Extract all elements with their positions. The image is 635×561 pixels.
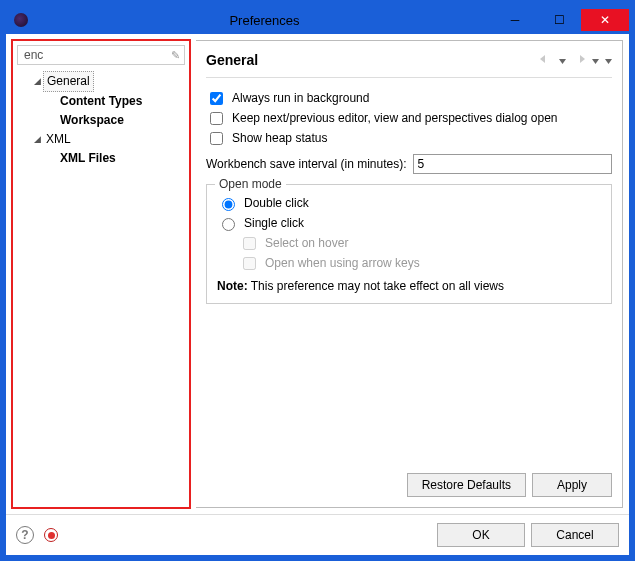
footer: ? OK Cancel	[6, 514, 629, 555]
page-title: General	[206, 52, 258, 68]
back-icon[interactable]	[539, 53, 553, 67]
main-area: ✎ ◢ General Content Types Workspace	[6, 34, 629, 514]
single-click-radio[interactable]	[222, 218, 235, 231]
record-icon[interactable]	[44, 528, 58, 542]
help-icon[interactable]: ?	[16, 526, 34, 544]
tree-item-xml-files[interactable]: XML Files	[17, 149, 185, 168]
restore-defaults-button[interactable]: Restore Defaults	[407, 473, 526, 497]
footer-left: ?	[16, 526, 58, 544]
cancel-button[interactable]: Cancel	[531, 523, 619, 547]
view-menu-icon[interactable]	[605, 53, 612, 67]
content-panel: General	[196, 40, 623, 508]
note-row: Note: This preference may not take effec…	[217, 279, 601, 293]
keep-dialog-checkbox[interactable]	[210, 112, 223, 125]
tree-item-content-types[interactable]: Content Types	[17, 92, 185, 111]
select-hover-row: Select on hover	[239, 233, 601, 253]
separator	[206, 77, 612, 78]
filter-input[interactable]	[22, 47, 142, 63]
ok-button[interactable]: OK	[437, 523, 525, 547]
maximize-button[interactable]: ☐	[537, 9, 581, 31]
content-header: General	[206, 49, 612, 71]
preference-tree[interactable]: ◢ General Content Types Workspace ◢ XML	[17, 71, 185, 168]
sidebar: ✎ ◢ General Content Types Workspace	[12, 40, 190, 508]
window-title: Preferences	[36, 13, 493, 28]
tree-label: Content Types	[57, 92, 145, 111]
single-click-row: Single click	[217, 213, 601, 233]
eclipse-icon	[14, 13, 28, 27]
dialog-body: ✎ ◢ General Content Types Workspace	[6, 34, 629, 555]
select-hover-label: Select on hover	[265, 236, 348, 250]
page-buttons: Restore Defaults Apply	[206, 473, 612, 497]
forward-menu-icon[interactable]	[592, 53, 599, 67]
open-mode-legend: Open mode	[215, 177, 286, 191]
note-label: Note:	[217, 279, 248, 293]
save-interval-input[interactable]	[413, 154, 612, 174]
expand-icon[interactable]: ◢	[31, 130, 43, 149]
single-click-label: Single click	[244, 216, 304, 230]
back-menu-icon[interactable]	[559, 53, 566, 67]
footer-right: OK Cancel	[437, 523, 619, 547]
always-background-checkbox[interactable]	[210, 92, 223, 105]
save-interval-label: Workbench save interval (in minutes):	[206, 157, 407, 171]
heap-label: Show heap status	[232, 131, 327, 145]
double-click-label: Double click	[244, 196, 309, 210]
forward-icon[interactable]	[572, 53, 586, 67]
save-interval-row: Workbench save interval (in minutes):	[206, 154, 612, 174]
keep-dialog-row: Keep next/previous editor, view and pers…	[206, 108, 612, 128]
filter-row: ✎	[17, 45, 185, 65]
open-arrow-checkbox	[243, 257, 256, 270]
window-buttons: ─ ☐ ✕	[493, 9, 629, 31]
heap-checkbox[interactable]	[210, 132, 223, 145]
tree-label: XML	[43, 130, 74, 149]
always-background-label: Always run in background	[232, 91, 369, 105]
tree-item-general[interactable]: ◢ General	[17, 71, 185, 92]
preferences-window: Preferences ─ ☐ ✕ ✎ ◢ General	[0, 0, 635, 561]
tree-label: Workspace	[57, 111, 127, 130]
keep-dialog-label: Keep next/previous editor, view and pers…	[232, 111, 558, 125]
tree-item-workspace[interactable]: Workspace	[17, 111, 185, 130]
heap-row: Show heap status	[206, 128, 612, 148]
open-arrow-row: Open when using arrow keys	[239, 253, 601, 273]
clear-filter-icon[interactable]: ✎	[171, 49, 180, 62]
open-arrow-label: Open when using arrow keys	[265, 256, 420, 270]
nav-icons	[539, 53, 612, 67]
double-click-row: Double click	[217, 193, 601, 213]
always-background-row: Always run in background	[206, 88, 612, 108]
minimize-button[interactable]: ─	[493, 9, 537, 31]
tree-label: XML Files	[57, 149, 119, 168]
close-button[interactable]: ✕	[581, 9, 629, 31]
note-text: This preference may not take effect on a…	[248, 279, 504, 293]
tree-item-xml[interactable]: ◢ XML	[17, 130, 185, 149]
expand-icon[interactable]: ◢	[31, 72, 43, 91]
titlebar: Preferences ─ ☐ ✕	[6, 6, 629, 34]
tree-label: General	[43, 71, 94, 92]
open-mode-group: Open mode Double click Single click Sele…	[206, 184, 612, 304]
select-hover-checkbox	[243, 237, 256, 250]
apply-button[interactable]: Apply	[532, 473, 612, 497]
double-click-radio[interactable]	[222, 198, 235, 211]
